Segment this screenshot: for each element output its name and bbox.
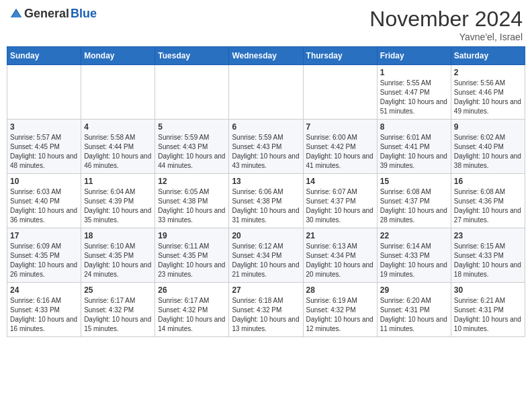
- calendar-cell: 2Sunrise: 5:56 AM Sunset: 4:46 PM Daylig…: [451, 65, 525, 120]
- calendar-week-3: 17Sunrise: 6:09 AM Sunset: 4:35 PM Dayli…: [7, 228, 525, 283]
- day-info: Sunrise: 5:59 AM Sunset: 4:43 PM Dayligh…: [232, 133, 300, 171]
- day-info: Sunrise: 5:58 AM Sunset: 4:44 PM Dayligh…: [84, 133, 152, 171]
- day-number: 30: [454, 285, 522, 295]
- day-number: 3: [10, 122, 78, 132]
- day-info: Sunrise: 6:05 AM Sunset: 4:38 PM Dayligh…: [158, 187, 226, 225]
- day-info: Sunrise: 6:02 AM Sunset: 4:40 PM Dayligh…: [454, 133, 522, 171]
- weekday-thursday: Thursday: [303, 47, 377, 65]
- calendar-table: SundayMondayTuesdayWednesdayThursdayFrid…: [7, 46, 525, 337]
- day-number: 12: [158, 177, 226, 186]
- day-info: Sunrise: 6:09 AM Sunset: 4:35 PM Dayligh…: [10, 242, 78, 279]
- weekday-header-row: SundayMondayTuesdayWednesdayThursdayFrid…: [7, 47, 525, 65]
- day-number: 21: [306, 231, 374, 240]
- calendar-cell: 21Sunrise: 6:13 AM Sunset: 4:34 PM Dayli…: [303, 228, 377, 283]
- weekday-saturday: Saturday: [451, 47, 525, 65]
- calendar-cell: 18Sunrise: 6:10 AM Sunset: 4:35 PM Dayli…: [81, 228, 155, 283]
- logo-general-text: General: [24, 7, 69, 21]
- day-info: Sunrise: 6:12 AM Sunset: 4:34 PM Dayligh…: [232, 242, 300, 279]
- calendar-cell: 30Sunrise: 6:21 AM Sunset: 4:31 PM Dayli…: [451, 283, 525, 337]
- weekday-tuesday: Tuesday: [155, 47, 229, 65]
- day-info: Sunrise: 6:11 AM Sunset: 4:35 PM Dayligh…: [158, 242, 226, 279]
- day-number: 29: [380, 285, 448, 295]
- calendar-cell: 20Sunrise: 6:12 AM Sunset: 4:34 PM Dayli…: [229, 228, 303, 283]
- calendar-cell: 19Sunrise: 6:11 AM Sunset: 4:35 PM Dayli…: [155, 228, 229, 283]
- logo-blue-text: Blue: [71, 7, 97, 21]
- day-info: Sunrise: 6:14 AM Sunset: 4:33 PM Dayligh…: [380, 242, 448, 279]
- day-number: 1: [380, 68, 448, 77]
- calendar-cell: 1Sunrise: 5:55 AM Sunset: 4:47 PM Daylig…: [377, 65, 451, 120]
- day-info: Sunrise: 6:08 AM Sunset: 4:36 PM Dayligh…: [454, 187, 522, 225]
- day-info: Sunrise: 6:07 AM Sunset: 4:37 PM Dayligh…: [306, 187, 374, 225]
- day-number: 5: [158, 122, 226, 132]
- calendar-cell: 9Sunrise: 6:02 AM Sunset: 4:40 PM Daylig…: [451, 120, 525, 174]
- day-info: Sunrise: 6:10 AM Sunset: 4:35 PM Dayligh…: [84, 242, 152, 279]
- day-number: 17: [10, 231, 78, 240]
- day-number: 22: [380, 231, 448, 240]
- day-info: Sunrise: 5:57 AM Sunset: 4:45 PM Dayligh…: [10, 133, 78, 171]
- calendar-cell: 17Sunrise: 6:09 AM Sunset: 4:35 PM Dayli…: [7, 228, 81, 283]
- location-label: Yavne'el, Israel: [369, 32, 523, 42]
- day-info: Sunrise: 6:15 AM Sunset: 4:33 PM Dayligh…: [454, 242, 522, 279]
- day-info: Sunrise: 6:13 AM Sunset: 4:34 PM Dayligh…: [306, 242, 374, 279]
- calendar-cell: 12Sunrise: 6:05 AM Sunset: 4:38 PM Dayli…: [155, 174, 229, 228]
- calendar-cell: 7Sunrise: 6:00 AM Sunset: 4:42 PM Daylig…: [303, 120, 377, 174]
- day-number: 4: [84, 122, 152, 132]
- day-number: 9: [454, 122, 522, 132]
- day-number: 13: [232, 177, 300, 186]
- logo: General Blue: [9, 7, 97, 21]
- day-info: Sunrise: 5:56 AM Sunset: 4:46 PM Dayligh…: [454, 79, 522, 116]
- day-number: 14: [306, 177, 374, 186]
- day-number: 19: [158, 231, 226, 240]
- month-title: November 2024: [369, 7, 523, 32]
- calendar-cell: 25Sunrise: 6:17 AM Sunset: 4:32 PM Dayli…: [81, 283, 155, 337]
- calendar-cell: [229, 65, 303, 120]
- day-number: 10: [10, 177, 78, 186]
- calendar-week-4: 24Sunrise: 6:16 AM Sunset: 4:33 PM Dayli…: [7, 283, 525, 337]
- day-info: Sunrise: 6:03 AM Sunset: 4:40 PM Dayligh…: [10, 187, 78, 225]
- day-number: 11: [84, 177, 152, 186]
- weekday-monday: Monday: [81, 47, 155, 65]
- calendar-cell: 27Sunrise: 6:18 AM Sunset: 4:32 PM Dayli…: [229, 283, 303, 337]
- day-info: Sunrise: 6:16 AM Sunset: 4:33 PM Dayligh…: [10, 296, 78, 334]
- logo-icon: [9, 7, 23, 21]
- calendar-cell: 8Sunrise: 6:01 AM Sunset: 4:41 PM Daylig…: [377, 120, 451, 174]
- day-info: Sunrise: 6:17 AM Sunset: 4:32 PM Dayligh…: [158, 296, 226, 334]
- day-number: 25: [84, 285, 152, 295]
- calendar-cell: 11Sunrise: 6:04 AM Sunset: 4:39 PM Dayli…: [81, 174, 155, 228]
- day-number: 23: [454, 231, 522, 240]
- day-number: 18: [84, 231, 152, 240]
- day-number: 2: [454, 68, 522, 77]
- day-number: 24: [10, 285, 78, 295]
- calendar-cell: 23Sunrise: 6:15 AM Sunset: 4:33 PM Dayli…: [451, 228, 525, 283]
- day-info: Sunrise: 6:08 AM Sunset: 4:37 PM Dayligh…: [380, 187, 448, 225]
- day-number: 16: [454, 177, 522, 186]
- day-number: 20: [232, 231, 300, 240]
- calendar-cell: 3Sunrise: 5:57 AM Sunset: 4:45 PM Daylig…: [7, 120, 81, 174]
- calendar-cell: [155, 65, 229, 120]
- calendar-cell: 22Sunrise: 6:14 AM Sunset: 4:33 PM Dayli…: [377, 228, 451, 283]
- day-number: 27: [232, 285, 300, 295]
- calendar-cell: [7, 65, 81, 120]
- weekday-friday: Friday: [377, 47, 451, 65]
- calendar-cell: 26Sunrise: 6:17 AM Sunset: 4:32 PM Dayli…: [155, 283, 229, 337]
- calendar-cell: 10Sunrise: 6:03 AM Sunset: 4:40 PM Dayli…: [7, 174, 81, 228]
- calendar-cell: 13Sunrise: 6:06 AM Sunset: 4:38 PM Dayli…: [229, 174, 303, 228]
- calendar-cell: 15Sunrise: 6:08 AM Sunset: 4:37 PM Dayli…: [377, 174, 451, 228]
- calendar-week-2: 10Sunrise: 6:03 AM Sunset: 4:40 PM Dayli…: [7, 174, 525, 228]
- day-info: Sunrise: 6:20 AM Sunset: 4:31 PM Dayligh…: [380, 296, 448, 334]
- calendar-cell: 24Sunrise: 6:16 AM Sunset: 4:33 PM Dayli…: [7, 283, 81, 337]
- day-info: Sunrise: 5:55 AM Sunset: 4:47 PM Dayligh…: [380, 79, 448, 116]
- day-number: 7: [306, 122, 374, 132]
- calendar-cell: [303, 65, 377, 120]
- day-info: Sunrise: 6:17 AM Sunset: 4:32 PM Dayligh…: [84, 296, 152, 334]
- calendar-week-1: 3Sunrise: 5:57 AM Sunset: 4:45 PM Daylig…: [7, 120, 525, 174]
- weekday-wednesday: Wednesday: [229, 47, 303, 65]
- page-header: General Blue November 2024 Yavne'el, Isr…: [7, 7, 525, 42]
- day-number: 26: [158, 285, 226, 295]
- calendar-cell: 6Sunrise: 5:59 AM Sunset: 4:43 PM Daylig…: [229, 120, 303, 174]
- calendar-cell: 14Sunrise: 6:07 AM Sunset: 4:37 PM Dayli…: [303, 174, 377, 228]
- day-info: Sunrise: 5:59 AM Sunset: 4:43 PM Dayligh…: [158, 133, 226, 171]
- calendar-cell: 4Sunrise: 5:58 AM Sunset: 4:44 PM Daylig…: [81, 120, 155, 174]
- day-number: 6: [232, 122, 300, 132]
- weekday-sunday: Sunday: [7, 47, 81, 65]
